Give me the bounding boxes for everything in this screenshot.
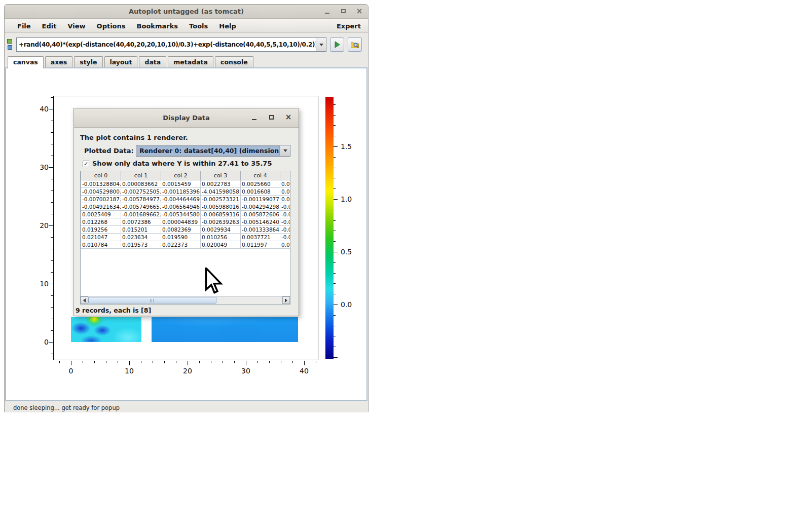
table-cell[interactable]: 0.021047 <box>81 233 121 241</box>
table-cell[interactable]: -0.0 <box>280 210 291 218</box>
minimize-icon[interactable] <box>322 7 331 16</box>
scroll-right-button[interactable] <box>282 296 290 304</box>
table-cell[interactable]: -0.0 <box>280 233 291 241</box>
table-cell[interactable]: -0.005784977... <box>121 195 161 203</box>
scroll-left-button[interactable] <box>81 296 88 304</box>
table-cell[interactable]: 0.010256 <box>201 233 241 241</box>
table-cell[interactable]: 0.0037721 <box>241 233 280 241</box>
table-cell[interactable]: -0.001333864... <box>241 225 280 233</box>
table-cell[interactable]: -0.006564946... <box>161 203 201 210</box>
table-cell[interactable]: 0.0022783 <box>201 180 241 187</box>
table-column-header[interactable]: col 2 <box>161 171 201 180</box>
combo-dropdown-button[interactable] <box>280 145 290 156</box>
plot-canvas[interactable]: 010203040010203040 1.51.00.50.0 Display … <box>5 67 367 401</box>
table-column-header[interactable]: col 0 <box>81 171 121 180</box>
menu-options[interactable]: Options <box>91 21 131 31</box>
plotted-data-combobox[interactable]: Renderer 0: dataset[40,40] (dimension... <box>136 145 290 157</box>
table-cell[interactable]: -0.001199077... <box>241 195 280 203</box>
table-cell[interactable]: 0.00 <box>280 241 291 248</box>
uri-input[interactable]: +rand(40,40)*(exp(-distance(40,40,20,20,… <box>16 37 326 52</box>
datasource-type-icon[interactable] <box>7 38 14 51</box>
menu-file[interactable]: File <box>12 21 36 31</box>
uri-dropdown-button[interactable] <box>316 38 326 51</box>
scrollbar-track[interactable] <box>88 296 282 304</box>
dialog-maximize-icon[interactable] <box>267 113 275 121</box>
tab-canvas[interactable]: canvas <box>8 56 44 68</box>
scrollbar-thumb[interactable] <box>88 297 216 303</box>
menu-tools[interactable]: Tools <box>183 21 213 31</box>
axis-tick <box>211 361 211 363</box>
table-cell[interactable]: -0.007002187... <box>81 195 121 203</box>
maximize-icon[interactable] <box>339 7 348 16</box>
table-cell[interactable]: -0.001328804... <box>81 180 121 187</box>
go-button[interactable] <box>330 37 344 52</box>
table-cell[interactable]: 0.0016608 <box>241 187 280 195</box>
table-cell[interactable]: -4.041598058... <box>201 187 241 195</box>
table-column-header[interactable]: col 1 <box>121 171 161 180</box>
table-cell[interactable]: -0.001185396... <box>161 187 201 195</box>
table-cell[interactable]: 0.00 <box>280 187 291 195</box>
axis-tick <box>51 237 53 238</box>
table-cell[interactable]: 0.00 <box>280 195 291 203</box>
table-cell[interactable]: -0.005146240... <box>241 218 280 225</box>
dialog-titlebar[interactable]: Display Data × <box>74 108 299 128</box>
table-cell[interactable]: 0.023634 <box>121 233 161 241</box>
close-icon[interactable]: × <box>355 7 364 16</box>
menu-help[interactable]: Help <box>213 21 241 31</box>
table-cell[interactable]: 0.010784 <box>81 241 121 248</box>
table-cell[interactable]: -0.002639263... <box>201 218 241 225</box>
window-titlebar[interactable]: Autoplot untagged (as tomcat) × <box>5 5 368 19</box>
table-cell[interactable]: -0.005749665... <box>121 203 161 210</box>
table-cell[interactable]: -0.005344580... <box>161 210 201 218</box>
table-cell[interactable]: 0.022373 <box>161 241 201 248</box>
table-cell[interactable]: 0.0015459 <box>161 180 201 187</box>
table-cell[interactable]: 0.00 <box>280 180 291 187</box>
dialog-close-icon[interactable]: × <box>284 113 292 121</box>
table-cell[interactable]: 0.0072386 <box>121 218 161 225</box>
inspect-button[interactable] <box>348 37 362 52</box>
table-body: -0.001328804...0.0000836620.00154590.002… <box>81 180 291 248</box>
dialog-minimize-icon[interactable] <box>250 113 258 121</box>
filter-checkbox[interactable]: ✓ <box>83 161 89 167</box>
table-cell[interactable]: 0.019590 <box>161 233 201 241</box>
table-cell[interactable]: -0.0 <box>280 218 291 225</box>
table-column-header[interactable]: col 3 <box>201 171 241 180</box>
table-cell[interactable]: -0.002573321... <box>201 195 241 203</box>
menu-expert[interactable]: Expert <box>337 22 361 30</box>
table-cell[interactable]: 0.011997 <box>241 241 280 248</box>
table-cell[interactable]: 0.020049 <box>201 241 241 248</box>
table-cell[interactable]: -0.0 <box>280 225 291 233</box>
table-cell[interactable]: 0.0025409 <box>81 210 121 218</box>
table-cell[interactable]: 0.015201 <box>121 225 161 233</box>
table-column-header[interactable]: col 4 <box>241 171 280 180</box>
table-cell[interactable]: 0.000044839 <box>161 218 201 225</box>
table-cell[interactable]: -0.001689662... <box>121 210 161 218</box>
table-cell[interactable]: 0.000083662 <box>121 180 161 187</box>
table-cell[interactable]: 0.012268 <box>81 218 121 225</box>
table-cell[interactable]: 0.0082369 <box>161 225 201 233</box>
tab-data[interactable]: data <box>139 56 166 67</box>
table-cell[interactable]: -0.005872606... <box>241 210 280 218</box>
horizontal-scrollbar[interactable] <box>81 296 290 304</box>
menu-view[interactable]: View <box>62 21 91 31</box>
table-cell[interactable]: -0.006859316... <box>201 210 241 218</box>
tab-style[interactable]: style <box>74 56 102 67</box>
tab-layout[interactable]: layout <box>104 56 138 67</box>
tab-metadata[interactable]: metadata <box>168 56 213 67</box>
table-cell[interactable]: 0.019256 <box>81 225 121 233</box>
tab-axes[interactable]: axes <box>45 56 72 67</box>
menu-edit[interactable]: Edit <box>36 21 62 31</box>
table-cell[interactable]: 0.019573 <box>121 241 161 248</box>
table-cell[interactable]: -0.005988016... <box>201 203 241 210</box>
table-cell[interactable]: -0.004294298... <box>241 203 280 210</box>
tab-console[interactable]: console <box>215 56 253 67</box>
menu-bookmarks[interactable]: Bookmarks <box>131 21 184 31</box>
table-cell[interactable]: 0.0029934 <box>201 225 241 233</box>
table-cell[interactable]: -0.004464469... <box>161 195 201 203</box>
table-cell[interactable]: -0.004921634... <box>81 203 121 210</box>
table-cell[interactable]: -0.004529800... <box>81 187 121 195</box>
table-cell[interactable]: -0.002752505... <box>121 187 161 195</box>
table-cell[interactable]: -0.0 <box>280 203 291 210</box>
table-cell[interactable]: 0.0025660 <box>241 180 280 187</box>
table-column-header[interactable] <box>280 171 291 180</box>
